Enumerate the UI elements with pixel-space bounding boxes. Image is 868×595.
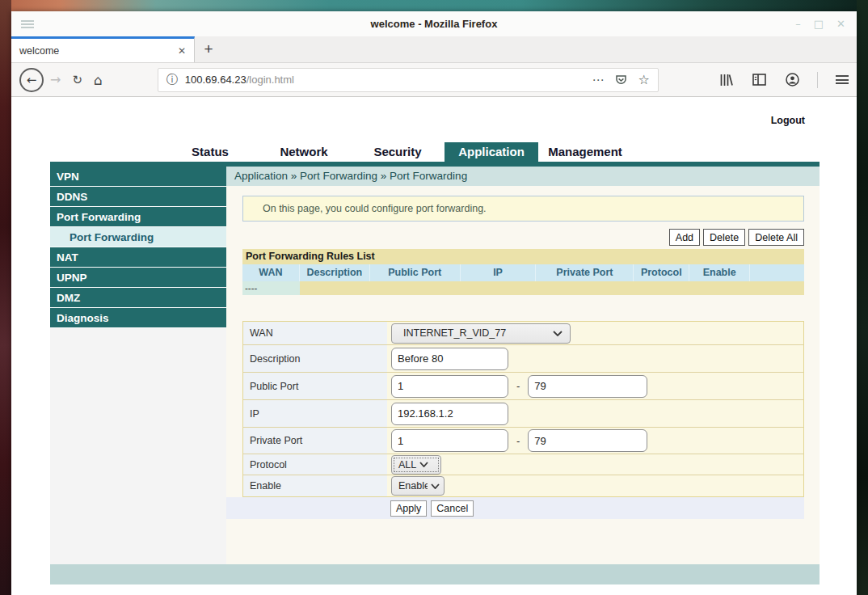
back-button[interactable]: ← [19,68,44,92]
maximize-button[interactable]: □ [814,18,824,30]
tab-bar: welcome ✕ + [11,36,857,63]
sidebar-item-port-forwarding[interactable]: Port Forwarding [50,207,226,227]
desktop-wallpaper-top [0,0,868,11]
row-wan-cell: ---- [242,281,300,295]
sidebar-item-ddns[interactable]: DDNS [50,187,226,207]
rule-action-buttons: Add Delete Delete All [226,229,804,246]
protocol-select-value: ALL [398,459,416,471]
logout-link[interactable]: Logout [771,115,805,126]
col-public-port: Public Port [370,264,461,281]
account-icon[interactable] [786,73,799,87]
tab-network[interactable]: Network [257,142,351,162]
col-ip: IP [461,264,537,281]
new-tab-button[interactable]: + [195,36,222,62]
sidebar-item-upnp[interactable]: UPNP [50,268,226,288]
range-dash: - [516,380,520,392]
chevron-down-icon [553,331,563,336]
home-button[interactable]: ⌂ [94,72,103,88]
desktop-wallpaper-right [857,0,868,595]
protocol-select[interactable]: ALL [391,455,441,475]
wan-label: WAN [243,322,387,344]
tab-status[interactable]: Status [163,142,257,162]
page-actions-icon[interactable]: ⋯ [592,73,605,87]
close-button[interactable]: ✕ [836,18,845,30]
protocol-label: Protocol [243,454,387,475]
apply-button[interactable]: Apply [390,500,427,517]
private-port-to-field[interactable] [528,429,647,452]
delete-button[interactable]: Delete [703,229,745,246]
page-footer-bar [50,564,820,584]
description-label: Description [243,345,387,372]
enable-select[interactable]: Enable [391,476,445,496]
port-forwarding-form: WAN INTERNET_R_VID_77 [242,321,804,497]
page-viewport: Logout Status Network Security Applicati… [11,97,857,595]
public-port-to-field[interactable] [528,375,647,398]
content-panel: Application » Port Forwarding » Port For… [226,167,820,564]
sidebar-item-nat[interactable]: NAT [50,247,226,268]
col-enable: Enable [689,264,750,281]
sidebar: VPN DDNS Port Forwarding Port Forwarding… [50,167,226,564]
form-footer: Apply Cancel [226,497,804,519]
url-bar[interactable]: ⓘ 100.69.64.23 /login.html ⋯ ☆ [158,68,659,92]
info-message: On this page, you could configure port f… [242,196,804,222]
breadcrumb: Application » Port Forwarding » Port For… [226,167,820,186]
public-port-from-field[interactable] [391,375,508,398]
tab-welcome[interactable]: welcome ✕ [11,36,195,62]
sidebar-toggle-icon[interactable] [752,74,766,86]
enable-label: Enable [243,475,387,496]
rules-list-title: Port Forwarding Rules List [242,249,804,264]
site-info-icon[interactable]: ⓘ [166,73,178,87]
rules-list-table: Port Forwarding Rules List WAN Descripti… [242,249,804,295]
pocket-icon[interactable] [615,74,627,86]
navigation-toolbar: ← → ↻ ⌂ ⓘ 100.69.64.23 /login.html ⋯ ☆ [11,63,857,97]
tab-close-icon[interactable]: ✕ [178,45,186,57]
title-bar: welcome - Mozilla Firefox – □ ✕ [11,11,857,36]
library-icon[interactable] [719,74,733,87]
col-protocol: Protocol [634,264,689,281]
private-port-label: Private Port [243,428,387,454]
desktop-wallpaper-left [0,0,11,595]
sidebar-item-port-forwarding-sub[interactable]: Port Forwarding [50,227,226,247]
chevron-down-icon [431,483,440,489]
rules-header-row: WAN Description Public Port IP Private P… [242,264,804,281]
tab-security[interactable]: Security [351,142,445,162]
url-host: 100.69.64.23 [185,74,246,86]
tab-title: welcome [19,45,178,57]
sidebar-item-vpn[interactable]: VPN [50,167,226,187]
public-port-label: Public Port [243,373,387,399]
minimize-button[interactable]: – [795,18,801,30]
sidebar-item-diagnosis[interactable]: Diagnosis [50,308,226,328]
chevron-down-icon [419,462,428,467]
toolbar-separator [817,72,818,88]
tab-management[interactable]: Management [538,142,632,162]
wan-select[interactable]: INTERNET_R_VID_77 [391,323,571,344]
col-private-port: Private Port [536,264,634,281]
delete-all-button[interactable]: Delete All [748,229,804,246]
app-menu-icon[interactable] [836,75,849,84]
cancel-button[interactable]: Cancel [431,500,474,517]
firefox-window: welcome - Mozilla Firefox – □ ✕ welcome … [11,11,857,595]
forward-button[interactable]: → [50,72,61,87]
table-row: ---- [242,281,804,295]
wan-select-value: INTERNET_R_VID_77 [403,327,553,339]
reload-button[interactable]: ↻ [72,73,82,87]
ip-label: IP [243,400,387,427]
description-field[interactable] [391,348,508,370]
enable-select-value: Enable [398,480,428,492]
col-wan: WAN [242,264,300,281]
col-description: Description [300,264,370,281]
url-path: /login.html [246,74,294,86]
sidebar-item-dmz[interactable]: DMZ [50,288,226,308]
top-nav-tabs: Status Network Security Application Mana… [50,142,820,162]
tab-application[interactable]: Application [445,142,538,162]
window-title: welcome - Mozilla Firefox [11,18,857,30]
ip-field[interactable] [391,403,508,425]
private-port-from-field[interactable] [391,429,508,452]
range-dash: - [516,435,520,447]
bookmark-star-icon[interactable]: ☆ [638,72,649,87]
col-empty [750,264,804,281]
add-button[interactable]: Add [669,229,700,246]
